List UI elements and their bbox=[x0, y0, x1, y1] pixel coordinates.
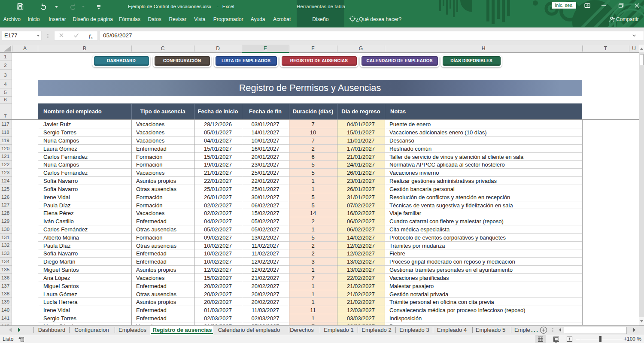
svg-text:x: x bbox=[91, 36, 93, 39]
